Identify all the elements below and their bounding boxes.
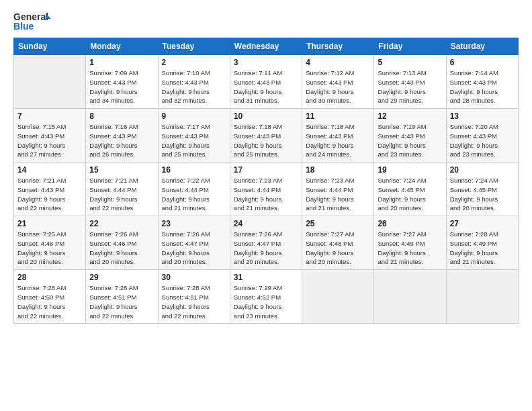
- day-info: Sunrise: 7:27 AM Sunset: 4:48 PM Dayligh…: [306, 230, 370, 267]
- day-number: 11: [306, 111, 370, 121]
- calendar-cell: 20Sunrise: 7:24 AM Sunset: 4:45 PM Dayli…: [446, 163, 518, 216]
- calendar-cell: [302, 270, 374, 324]
- day-info: Sunrise: 7:26 AM Sunset: 4:47 PM Dayligh…: [234, 230, 298, 267]
- week-row-4: 21Sunrise: 7:25 AM Sunset: 4:46 PM Dayli…: [14, 216, 519, 270]
- calendar-cell: 10Sunrise: 7:18 AM Sunset: 4:43 PM Dayli…: [230, 109, 302, 163]
- calendar-cell: 21Sunrise: 7:25 AM Sunset: 4:46 PM Dayli…: [14, 216, 86, 270]
- day-info: Sunrise: 7:18 AM Sunset: 4:43 PM Dayligh…: [234, 122, 298, 159]
- day-number: 21: [17, 219, 82, 228]
- logo: GeneralBlue: [13, 11, 51, 31]
- day-number: 8: [89, 111, 154, 121]
- calendar-cell: [446, 270, 518, 324]
- day-info: Sunrise: 7:18 AM Sunset: 4:43 PM Dayligh…: [306, 122, 370, 159]
- calendar-cell: 8Sunrise: 7:16 AM Sunset: 4:43 PM Daylig…: [86, 109, 158, 163]
- day-number: 16: [162, 165, 226, 175]
- svg-text:Blue: Blue: [13, 21, 34, 31]
- day-info: Sunrise: 7:11 AM Sunset: 4:43 PM Dayligh…: [234, 68, 298, 105]
- calendar-cell: 6Sunrise: 7:14 AM Sunset: 4:43 PM Daylig…: [446, 55, 518, 109]
- calendar-cell: 16Sunrise: 7:22 AM Sunset: 4:44 PM Dayli…: [158, 163, 230, 216]
- day-info: Sunrise: 7:10 AM Sunset: 4:43 PM Dayligh…: [162, 68, 226, 105]
- day-info: Sunrise: 7:28 AM Sunset: 4:51 PM Dayligh…: [162, 283, 226, 320]
- calendar-cell: 28Sunrise: 7:28 AM Sunset: 4:50 PM Dayli…: [14, 270, 86, 324]
- weekday-header-friday: Friday: [374, 38, 446, 55]
- day-info: Sunrise: 7:15 AM Sunset: 4:43 PM Dayligh…: [17, 122, 82, 159]
- day-number: 4: [306, 58, 370, 67]
- calendar-cell: 9Sunrise: 7:17 AM Sunset: 4:43 PM Daylig…: [158, 109, 230, 163]
- calendar-cell: 22Sunrise: 7:26 AM Sunset: 4:46 PM Dayli…: [86, 216, 158, 270]
- day-info: Sunrise: 7:20 AM Sunset: 4:43 PM Dayligh…: [450, 122, 515, 159]
- day-number: 7: [17, 111, 82, 121]
- calendar-cell: 23Sunrise: 7:26 AM Sunset: 4:47 PM Dayli…: [158, 216, 230, 270]
- day-info: Sunrise: 7:21 AM Sunset: 4:44 PM Dayligh…: [89, 176, 154, 213]
- day-number: 24: [234, 219, 298, 228]
- calendar-cell: 11Sunrise: 7:18 AM Sunset: 4:43 PM Dayli…: [302, 109, 374, 163]
- day-info: Sunrise: 7:23 AM Sunset: 4:44 PM Dayligh…: [306, 176, 370, 213]
- day-number: 12: [378, 111, 442, 121]
- day-number: 13: [450, 111, 515, 121]
- day-number: 31: [234, 273, 298, 282]
- day-number: 19: [378, 165, 442, 175]
- weekday-header-sunday: Sunday: [14, 38, 86, 55]
- calendar-cell: 29Sunrise: 7:28 AM Sunset: 4:51 PM Dayli…: [86, 270, 158, 324]
- calendar-cell: 15Sunrise: 7:21 AM Sunset: 4:44 PM Dayli…: [86, 163, 158, 216]
- calendar-cell: [374, 270, 446, 324]
- calendar-cell: 7Sunrise: 7:15 AM Sunset: 4:43 PM Daylig…: [14, 109, 86, 163]
- day-number: 30: [162, 273, 226, 282]
- day-info: Sunrise: 7:28 AM Sunset: 4:50 PM Dayligh…: [17, 283, 82, 320]
- header: GeneralBlue: [13, 11, 519, 31]
- day-info: Sunrise: 7:28 AM Sunset: 4:51 PM Dayligh…: [89, 283, 154, 320]
- day-info: Sunrise: 7:26 AM Sunset: 4:46 PM Dayligh…: [89, 230, 154, 267]
- day-info: Sunrise: 7:23 AM Sunset: 4:44 PM Dayligh…: [234, 176, 298, 213]
- day-info: Sunrise: 7:24 AM Sunset: 4:45 PM Dayligh…: [378, 176, 442, 213]
- day-number: 1: [89, 58, 154, 67]
- weekday-header-wednesday: Wednesday: [230, 38, 302, 55]
- day-info: Sunrise: 7:26 AM Sunset: 4:47 PM Dayligh…: [162, 230, 226, 267]
- day-number: 23: [162, 219, 226, 228]
- day-number: 25: [306, 219, 370, 228]
- day-info: Sunrise: 7:14 AM Sunset: 4:43 PM Dayligh…: [450, 68, 515, 105]
- weekday-header-row: SundayMondayTuesdayWednesdayThursdayFrid…: [14, 38, 519, 55]
- week-row-3: 14Sunrise: 7:21 AM Sunset: 4:43 PM Dayli…: [14, 163, 519, 216]
- weekday-header-thursday: Thursday: [302, 38, 374, 55]
- weekday-header-monday: Monday: [86, 38, 158, 55]
- day-number: 3: [234, 58, 298, 67]
- day-info: Sunrise: 7:19 AM Sunset: 4:43 PM Dayligh…: [378, 122, 442, 159]
- day-info: Sunrise: 7:12 AM Sunset: 4:43 PM Dayligh…: [306, 68, 370, 105]
- day-info: Sunrise: 7:24 AM Sunset: 4:45 PM Dayligh…: [450, 176, 515, 213]
- calendar-cell: 12Sunrise: 7:19 AM Sunset: 4:43 PM Dayli…: [374, 109, 446, 163]
- page: GeneralBlue SundayMondayTuesdayWednesday…: [0, 0, 532, 411]
- week-row-2: 7Sunrise: 7:15 AM Sunset: 4:43 PM Daylig…: [14, 109, 519, 163]
- calendar-cell: 2Sunrise: 7:10 AM Sunset: 4:43 PM Daylig…: [158, 55, 230, 109]
- weekday-header-tuesday: Tuesday: [158, 38, 230, 55]
- day-number: 28: [17, 273, 82, 282]
- weekday-header-saturday: Saturday: [446, 38, 518, 55]
- day-number: 2: [162, 58, 226, 67]
- day-info: Sunrise: 7:17 AM Sunset: 4:43 PM Dayligh…: [162, 122, 226, 159]
- day-info: Sunrise: 7:25 AM Sunset: 4:46 PM Dayligh…: [17, 230, 82, 267]
- calendar-cell: 1Sunrise: 7:09 AM Sunset: 4:43 PM Daylig…: [86, 55, 158, 109]
- day-info: Sunrise: 7:16 AM Sunset: 4:43 PM Dayligh…: [89, 122, 154, 159]
- day-info: Sunrise: 7:28 AM Sunset: 4:49 PM Dayligh…: [450, 230, 515, 267]
- day-number: 27: [450, 219, 515, 228]
- calendar-cell: 13Sunrise: 7:20 AM Sunset: 4:43 PM Dayli…: [446, 109, 518, 163]
- day-number: 9: [162, 111, 226, 121]
- week-row-1: 1Sunrise: 7:09 AM Sunset: 4:43 PM Daylig…: [14, 55, 519, 109]
- day-number: 6: [450, 58, 515, 67]
- calendar-cell: 25Sunrise: 7:27 AM Sunset: 4:48 PM Dayli…: [302, 216, 374, 270]
- week-row-5: 28Sunrise: 7:28 AM Sunset: 4:50 PM Dayli…: [14, 270, 519, 324]
- logo-svg: GeneralBlue: [13, 11, 51, 31]
- calendar-cell: 30Sunrise: 7:28 AM Sunset: 4:51 PM Dayli…: [158, 270, 230, 324]
- day-info: Sunrise: 7:21 AM Sunset: 4:43 PM Dayligh…: [17, 176, 82, 213]
- calendar-cell: 14Sunrise: 7:21 AM Sunset: 4:43 PM Dayli…: [14, 163, 86, 216]
- calendar-cell: 4Sunrise: 7:12 AM Sunset: 4:43 PM Daylig…: [302, 55, 374, 109]
- day-number: 18: [306, 165, 370, 175]
- calendar-cell: 3Sunrise: 7:11 AM Sunset: 4:43 PM Daylig…: [230, 55, 302, 109]
- calendar-cell: 5Sunrise: 7:13 AM Sunset: 4:43 PM Daylig…: [374, 55, 446, 109]
- day-number: 15: [89, 165, 154, 175]
- day-number: 5: [378, 58, 442, 67]
- day-info: Sunrise: 7:29 AM Sunset: 4:52 PM Dayligh…: [234, 283, 298, 320]
- day-number: 22: [89, 219, 154, 228]
- calendar-cell: 19Sunrise: 7:24 AM Sunset: 4:45 PM Dayli…: [374, 163, 446, 216]
- calendar-cell: 17Sunrise: 7:23 AM Sunset: 4:44 PM Dayli…: [230, 163, 302, 216]
- day-number: 10: [234, 111, 298, 121]
